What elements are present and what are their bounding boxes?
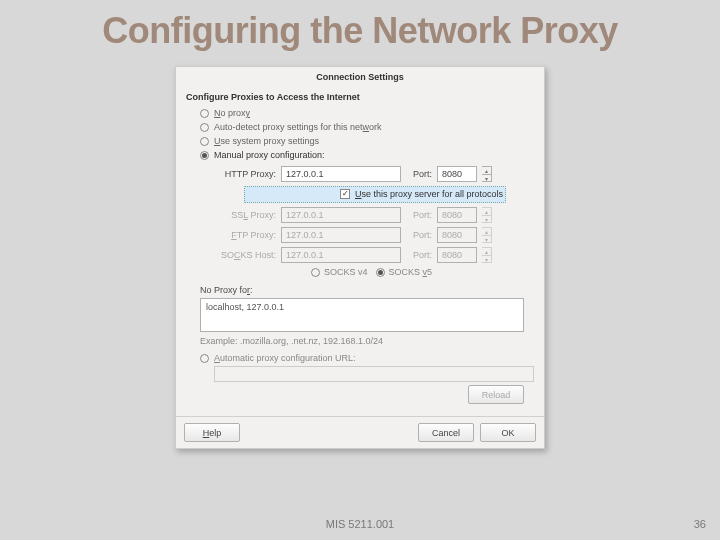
port-spinner: ▴▾ [482,247,492,263]
socks-host-row: SOCKS Host: 127.0.0.1 Port: 8080 ▴▾ [216,245,534,265]
auto-url-label: Automatic proxy configuration URL: [214,353,356,363]
socks-host-input: 127.0.0.1 [281,247,401,263]
radio-icon [311,268,320,277]
port-label: Port: [406,230,432,240]
section-heading: Configure Proxies to Access the Internet [186,92,534,102]
http-label: HTTP Proxy: [216,169,276,179]
auto-config-url-input [214,366,534,382]
radio-label: Auto-detect proxy settings for this netw… [214,122,382,132]
dialog-footer: Help Cancel OK [176,416,544,448]
socks-v4-label: SOCKS v4 [324,267,368,277]
http-port-input[interactable]: 8080 [437,166,477,182]
ssl-proxy-row: SSL Proxy: 127.0.0.1 Port: 8080 ▴▾ [216,205,534,225]
socks-version-row: SOCKS v4 SOCKS v5 [216,265,534,279]
footer-course-code: MIS 5211.001 [326,518,395,530]
port-label: Port: [406,169,432,179]
connection-settings-dialog: Connection Settings Configure Proxies to… [175,66,545,449]
ftp-label: FTP Proxy: [216,230,276,240]
no-proxy-for-label: No Proxy for: [186,285,534,295]
proxy-grid: HTTP Proxy: 127.0.0.1 Port: 8080 ▴▾ ✓ Us… [186,162,534,281]
reload-button: Reload [468,385,524,404]
port-label: Port: [406,250,432,260]
no-proxy-textarea[interactable]: localhost, 127.0.0.1 [200,298,524,332]
ssl-label: SSL Proxy: [216,210,276,220]
ftp-proxy-row: FTP Proxy: 127.0.0.1 Port: 8080 ▴▾ [216,225,534,245]
checkbox-icon: ✓ [340,189,350,199]
radio-use-system[interactable]: Use system proxy settings [186,134,534,148]
radio-socks-v4: SOCKS v4 [311,267,368,277]
radio-auto-detect[interactable]: Auto-detect proxy settings for this netw… [186,120,534,134]
http-host-input[interactable]: 127.0.0.1 [281,166,401,182]
use-for-all-label: Use this proxy server for all protocols [355,189,503,199]
port-spinner: ▴▾ [482,227,492,243]
radio-label: No proxy [214,108,250,118]
socks-port-input: 8080 [437,247,477,263]
radio-socks-v5: SOCKS v5 [376,267,433,277]
radio-icon [200,354,209,363]
cancel-button[interactable]: Cancel [418,423,474,442]
radio-icon [200,109,209,118]
ftp-port-input: 8080 [437,227,477,243]
radio-icon [200,123,209,132]
http-proxy-row: HTTP Proxy: 127.0.0.1 Port: 8080 ▴▾ [216,164,534,184]
slide-title: Configuring the Network Proxy [0,0,720,60]
radio-icon [376,268,385,277]
ftp-host-input: 127.0.0.1 [281,227,401,243]
radio-label: Manual proxy configuration: [214,150,325,160]
dialog-title: Connection Settings [176,67,544,86]
socks-label: SOCKS Host: [216,250,276,260]
port-label: Port: [406,210,432,220]
radio-label: Use system proxy settings [214,136,319,146]
radio-no-proxy[interactable]: No proxy [186,106,534,120]
use-for-all-row[interactable]: ✓ Use this proxy server for all protocol… [244,186,506,203]
port-spinner: ▴▾ [482,207,492,223]
radio-manual[interactable]: Manual proxy configuration: [186,148,534,162]
ok-button[interactable]: OK [480,423,536,442]
ssl-host-input: 127.0.0.1 [281,207,401,223]
help-button[interactable]: Help [184,423,240,442]
radio-icon [200,137,209,146]
footer-page-number: 36 [694,518,706,530]
example-text: Example: .mozilla.org, .net.nz, 192.168.… [186,332,534,350]
socks-v5-label: SOCKS v5 [389,267,433,277]
radio-icon [200,151,209,160]
port-spinner[interactable]: ▴▾ [482,166,492,182]
radio-auto-config-url[interactable]: Automatic proxy configuration URL: [186,350,534,366]
ssl-port-input: 8080 [437,207,477,223]
